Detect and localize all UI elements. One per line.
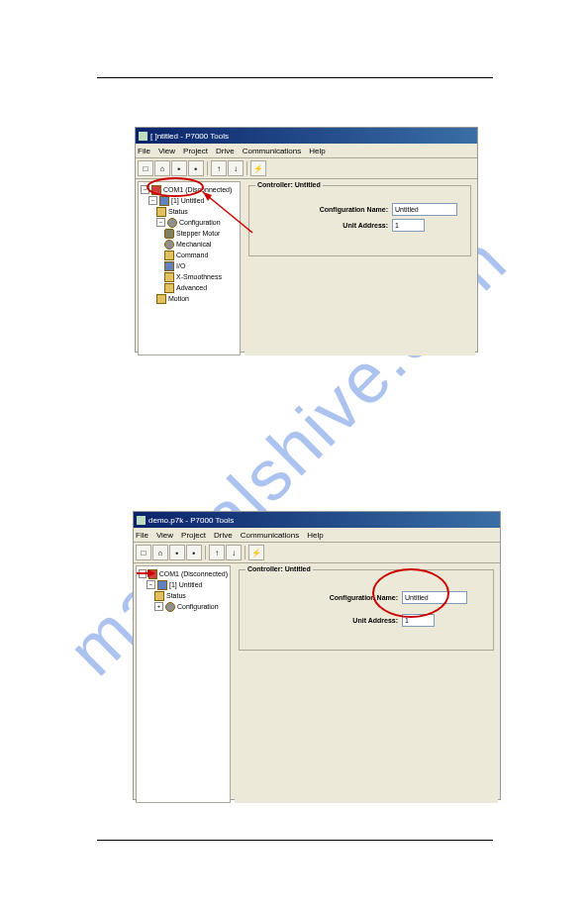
window-top: [ ]ntitled - P7000 Tools File View Proje… xyxy=(135,127,478,353)
tree-status[interactable]: Status xyxy=(141,206,238,217)
app-icon xyxy=(139,132,147,141)
menu-file[interactable]: File xyxy=(136,531,148,540)
config-name-input[interactable]: Untitled xyxy=(402,591,467,604)
advanced-icon xyxy=(164,283,174,293)
download-button[interactable]: ↓ xyxy=(228,160,244,176)
unit-address-input[interactable]: 1 xyxy=(402,614,435,627)
tree-mechanical[interactable]: Mechanical xyxy=(141,239,238,250)
tree-pane: −COM1 (Disconnected) −[1] Untitled Statu… xyxy=(136,565,231,803)
xsmooth-icon xyxy=(164,272,174,282)
config-name-input[interactable]: Untitled xyxy=(392,203,457,216)
menu-drive[interactable]: Drive xyxy=(216,147,235,155)
menu-help[interactable]: Help xyxy=(309,147,325,155)
command-icon xyxy=(164,251,174,260)
menu-project[interactable]: Project xyxy=(183,147,208,155)
config-name-label: Configuration Name: xyxy=(330,594,398,601)
tree-root[interactable]: −COM1 (Disconnected) xyxy=(139,568,228,579)
menu-project[interactable]: Project xyxy=(181,531,206,540)
titlebar: demo.p7k - P7000 Tools xyxy=(134,512,500,528)
app-icon xyxy=(137,516,146,525)
tree-io[interactable]: I/O xyxy=(141,260,238,271)
tree-command[interactable]: Command xyxy=(141,250,238,260)
motion-icon xyxy=(156,294,166,304)
port-disconnected-icon xyxy=(151,185,161,195)
gear-icon xyxy=(165,602,175,612)
io-icon xyxy=(164,261,174,271)
controller-groupbox: Controller: Untitled Configuration Name:… xyxy=(248,185,471,256)
menu-view[interactable]: View xyxy=(158,147,175,155)
toolbar-separator xyxy=(205,546,206,559)
open-button[interactable]: ⌂ xyxy=(154,160,170,176)
unit-address-input[interactable]: 1 xyxy=(392,219,425,232)
rule-bottom xyxy=(97,840,493,841)
content-pane: Controller: Untitled Configuration Name:… xyxy=(245,181,475,355)
content-pane: Controller: Untitled Configuration Name:… xyxy=(235,565,498,803)
tree-configuration[interactable]: +Configuration xyxy=(139,601,228,612)
gear-icon xyxy=(167,218,177,228)
window-bottom: demo.p7k - P7000 Tools File View Project… xyxy=(133,511,501,800)
download-button[interactable]: ↓ xyxy=(226,545,242,560)
saveas-button[interactable]: ▪ xyxy=(188,160,204,176)
toolbar: □ ⌂ ▪ ▪ ↑ ↓ ⚡ xyxy=(134,543,500,563)
tree-pane: −COM1 (Disconnected) −[1] Untitled Statu… xyxy=(138,181,241,355)
groupbox-title: Controller: Untitled xyxy=(255,181,323,188)
upload-button[interactable]: ↑ xyxy=(209,545,225,560)
port-disconnected-icon xyxy=(148,569,157,579)
unit-address-label: Unit Address: xyxy=(343,222,388,229)
tree-root[interactable]: −COM1 (Disconnected) xyxy=(141,184,238,195)
saveas-button[interactable]: ▪ xyxy=(186,545,202,560)
save-button[interactable]: ▪ xyxy=(171,160,187,176)
open-button[interactable]: ⌂ xyxy=(152,545,168,560)
controller-icon xyxy=(159,196,169,206)
status-icon xyxy=(156,207,166,217)
unit-address-label: Unit Address: xyxy=(352,617,398,624)
tree-advanced[interactable]: Advanced xyxy=(141,282,238,293)
new-button[interactable]: □ xyxy=(136,545,151,560)
menubar: File View Project Drive Communications H… xyxy=(134,528,500,543)
titlebar: [ ]ntitled - P7000 Tools xyxy=(136,128,477,144)
menu-drive[interactable]: Drive xyxy=(214,531,233,540)
window-title: demo.p7k - P7000 Tools xyxy=(148,516,234,525)
rule-top xyxy=(97,77,493,78)
groupbox-title: Controller: Untitled xyxy=(245,565,313,572)
motor-icon xyxy=(164,229,174,239)
window-title: [ ]ntitled - P7000 Tools xyxy=(150,132,229,141)
connect-button[interactable]: ⚡ xyxy=(248,545,264,560)
tree-xsmoothness[interactable]: X-Smoothness xyxy=(141,271,238,282)
toolbar: □ ⌂ ▪ ▪ ↑ ↓ ⚡ xyxy=(136,158,477,179)
gear-icon xyxy=(164,240,174,250)
tree-controller-node[interactable]: −[1] Untitled xyxy=(141,195,238,206)
menu-help[interactable]: Help xyxy=(307,531,323,540)
new-button[interactable]: □ xyxy=(138,160,153,176)
menu-view[interactable]: View xyxy=(156,531,173,540)
menu-communications[interactable]: Communications xyxy=(241,531,300,540)
menu-file[interactable]: File xyxy=(138,147,150,155)
tree-stepper-motor[interactable]: Stepper Motor xyxy=(141,228,238,239)
tree-configuration[interactable]: −Configuration xyxy=(141,217,238,228)
controller-icon xyxy=(157,580,167,590)
menu-communications[interactable]: Communications xyxy=(243,147,302,155)
tree-motion[interactable]: Motion xyxy=(141,293,238,304)
toolbar-separator xyxy=(246,161,247,175)
save-button[interactable]: ▪ xyxy=(169,545,185,560)
toolbar-separator xyxy=(207,161,208,175)
tree-status[interactable]: Status xyxy=(139,590,228,601)
upload-button[interactable]: ↑ xyxy=(211,160,227,176)
toolbar-separator xyxy=(245,546,245,559)
tree-controller-node[interactable]: −[1] Untitled xyxy=(139,579,228,590)
controller-groupbox: Controller: Untitled Configuration Name:… xyxy=(239,569,494,651)
menubar: File View Project Drive Communications H… xyxy=(136,144,477,158)
status-icon xyxy=(154,591,164,601)
connect-button[interactable]: ⚡ xyxy=(250,160,266,176)
config-name-label: Configuration Name: xyxy=(320,206,388,213)
